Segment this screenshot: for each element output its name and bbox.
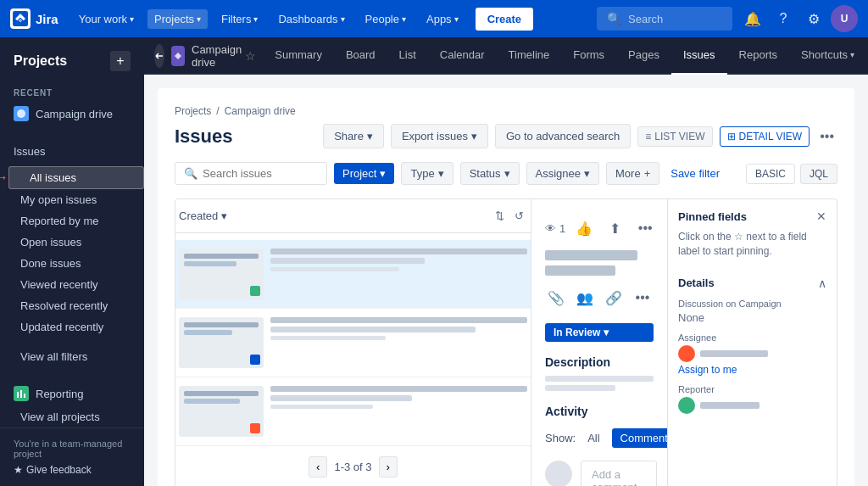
description-section: Description [545,355,654,391]
sidebar-item-resolved-recently[interactable]: Resolved recently [0,295,144,316]
nav-people[interactable]: People ▾ [359,9,413,29]
details-header[interactable]: Details ∧ [678,277,826,290]
sidebar-item-all-issues[interactable]: All issues [8,166,144,189]
breadcrumb-campaign-drive[interactable]: Campaign drive [225,105,296,117]
basic-toggle[interactable]: BASIC [746,164,795,184]
search-issues-box[interactable]: 🔍 [175,162,327,185]
search-box[interactable]: 🔍 Search [597,7,732,31]
list-view-toggle[interactable]: ≡ LIST VIEW [637,126,712,147]
status-filter-button[interactable]: Status ▾ [460,162,520,185]
sort-order-button[interactable]: ⇅ [492,206,508,226]
jira-logo[interactable]: Jira [10,8,58,29]
tab-issues[interactable]: Issues [671,37,727,75]
attachment-button[interactable]: 📎 [545,286,567,310]
share-button[interactable]: Share ▾ [323,124,384,148]
comment-row: Add a comment... Pro tip: press M to com… [545,461,654,486]
sidebar-item-done-issues[interactable]: Done issues [0,253,144,274]
sidebar-give-feedback[interactable]: ★ Give feedback [14,464,131,476]
tab-calendar[interactable]: Calendar [428,37,497,75]
more-options-button[interactable]: ••• [633,216,657,240]
nav-filters[interactable]: Filters ▾ [214,9,264,29]
tab-pages[interactable]: Pages [616,37,671,75]
more-actions-button[interactable]: ••• [632,286,654,310]
link-button[interactable]: 👥 [574,286,596,310]
nav-dashboards[interactable]: Dashboards ▾ [271,9,351,29]
table-row[interactable] [175,377,531,446]
detail-view-icon: ⊞ [727,131,736,142]
user-avatar[interactable]: U [831,5,858,32]
tab-board[interactable]: Board [334,37,387,75]
project-filter-button[interactable]: Project ▾ [334,163,394,184]
detail-view-toggle[interactable]: ⊞ DETAIL VIEW [720,126,810,147]
detail-view: 👁 1 👍 ⬆ ••• [531,199,667,486]
save-filter-button[interactable]: Save filter [666,163,724,184]
more-options-button[interactable]: ••• [816,126,837,148]
sidebar-item-reported-by-me[interactable]: Reported by me [0,210,144,232]
sidebar-item-viewed-recently[interactable]: Viewed recently [0,274,144,295]
breadcrumb: Projects / Campaign drive [175,105,837,117]
table-row[interactable] [175,240,531,309]
view-mode-toggle: BASIC JQL [746,164,837,184]
export-button[interactable]: Export issues ▾ [391,124,488,148]
share-button[interactable]: ⬆ [603,216,626,240]
tab-forms[interactable]: Forms [561,37,616,75]
sidebar-issues-label: Issues [14,145,46,158]
tab-summary[interactable]: Summary [263,37,334,75]
prev-page-button[interactable]: ‹ [309,456,327,478]
sidebar-item-view-all-filters[interactable]: View all filters [0,346,144,367]
table-row[interactable] [175,309,531,377]
back-button[interactable] [154,44,164,68]
tab-list[interactable]: List [387,37,428,75]
pagination: ‹ 1-3 of 3 › [175,446,531,486]
reporting-icon [14,386,29,401]
nav-apps[interactable]: Apps ▾ [420,9,465,29]
assignee-filter-button[interactable]: Assignee ▾ [526,162,599,185]
activity-tab-all[interactable]: All [579,428,608,448]
chevron-down-icon: ▾ [380,167,386,180]
sidebar-item-my-open-issues[interactable]: My open issues [0,189,144,210]
search-input[interactable] [203,167,318,180]
page-header: Issues Share ▾ Export issues ▾ Go to adv… [175,124,837,148]
next-page-button[interactable]: › [379,456,398,478]
type-filter-button[interactable]: Type ▾ [401,162,453,185]
issue-info [270,249,527,274]
jql-toggle[interactable]: JQL [800,164,837,184]
sidebar-item-updated-recently[interactable]: Updated recently [0,316,144,338]
settings-button[interactable]: ⚙ [800,5,827,32]
reporter-row [678,397,826,414]
close-button[interactable]: ✕ [816,209,826,223]
activity-tab-comments[interactable]: Comments [612,428,667,448]
sidebar-item-reporting[interactable]: Reporting [0,381,144,406]
reporter-label: Reporter [678,384,826,394]
sidebar-item-campaign[interactable]: Campaign drive [0,101,144,126]
advanced-search-button[interactable]: Go to advanced search [495,124,631,148]
sidebar-add-button[interactable]: + [110,51,131,71]
create-button[interactable]: Create [476,8,533,31]
sort-button[interactable]: Created ▾ [179,209,227,222]
main-content: Campaign drive ☆ Summary Board List Cale… [144,37,868,486]
sidebar-item-open-issues[interactable]: Open issues [0,232,144,253]
status-badge[interactable]: In Review ▾ [545,323,654,342]
breadcrumb-projects[interactable]: Projects [175,105,211,117]
detail-header: 👁 1 👍 ⬆ ••• [545,213,654,240]
sidebar-item-view-all-projects[interactable]: View all projects [0,406,144,427]
help-button[interactable]: ? [770,5,797,32]
nav-projects[interactable]: Projects ▾ [147,9,208,29]
more-filter-button[interactable]: More + [606,162,659,185]
sidebar-sub-items: → All issues My open issues Reported by … [0,163,144,341]
notifications-button[interactable]: 🔔 [739,5,766,32]
chevron-down-icon: ▾ [604,327,609,338]
logo-icon [10,8,31,29]
assign-me-link[interactable]: Assign to me [678,364,826,376]
star-icon[interactable]: ☆ [245,49,256,63]
tab-reports[interactable]: Reports [727,37,790,75]
refresh-button[interactable]: ↺ [511,206,527,226]
tab-shortcuts[interactable]: Shortcuts ▾ [789,37,866,75]
nav-your-work[interactable]: Your work ▾ [72,9,141,29]
tab-timeline[interactable]: Timeline [497,37,562,75]
watch-count: 👁 1 [545,222,565,235]
link2-button[interactable]: 🔗 [603,286,625,310]
right-sidebar: Pinned fields ✕ Click on the ☆ next to a… [667,199,837,486]
thumbsup-button[interactable]: 👍 [572,216,596,240]
comment-input[interactable]: Add a comment... [581,461,657,486]
